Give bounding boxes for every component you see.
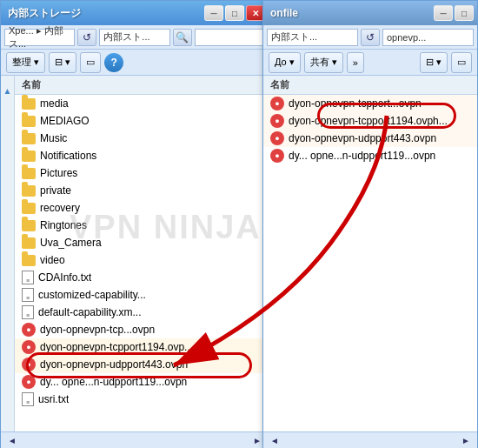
file-name: Ringtones — [40, 219, 87, 231]
ovpn-icon: ● — [22, 340, 36, 354]
view-toggle-button[interactable]: ⊟ ▾ — [49, 52, 76, 73]
ovpn-icon: ● — [270, 97, 284, 110]
right-scroll-right[interactable]: ► — [461, 436, 470, 445]
ovpn-icon: ● — [22, 358, 36, 371]
file-name: dyon-opnevpn-tcpport1194.ovph... — [289, 115, 448, 127]
left-window-controls: ─ □ ✕ — [204, 5, 265, 21]
file-name: Pictures — [40, 167, 77, 179]
left-file-list[interactable]: 名前 mediaMEDIAGOMusicNotificationsPicture… — [15, 76, 269, 431]
file-name: dyon-opnevpn-tcp...ovpn — [40, 324, 155, 336]
preview-button[interactable]: ▭ — [80, 52, 101, 73]
folder-icon — [22, 98, 36, 110]
info-button[interactable]: ? — [104, 53, 123, 72]
right-more-button[interactable]: » — [347, 52, 364, 73]
right-minimize-button[interactable]: ─ — [434, 5, 453, 21]
file-name: dyon-opnevpn-tcpport1194.ovp... — [40, 341, 193, 353]
file-name: customized-capability... — [38, 289, 146, 301]
list-item[interactable]: ●dyon-opnevpn-udpport443.ovpn — [15, 356, 269, 373]
list-item[interactable]: MEDIAGO — [15, 112, 269, 130]
file-name: CDAInfo.txt — [38, 271, 91, 284]
folder-icon — [22, 220, 36, 231]
left-window: 内部ストレージ ─ □ ✕ Xpe... ▸ 内部ス... ↺ 内部スト... … — [0, 0, 269, 448]
folder-icon — [22, 203, 36, 214]
right-address-bar: 内部スト... ↺ opnevp... — [263, 25, 477, 50]
list-item[interactable]: media — [15, 95, 269, 112]
list-item[interactable]: recovery — [15, 199, 269, 217]
scroll-right-arrow[interactable]: ► — [253, 436, 262, 445]
list-item[interactable]: ●dyon-opnevpn-tcp...ovpn — [15, 321, 269, 338]
list-item[interactable]: Pictures — [15, 164, 269, 182]
left-refresh-button[interactable]: ↺ — [77, 29, 96, 46]
organize-button[interactable]: 整理 ▾ — [6, 52, 45, 73]
right-share-button[interactable]: 共有 ▾ — [304, 52, 343, 73]
left-column-header: 名前 — [15, 76, 269, 95]
right-view-button[interactable]: ⊟ ▾ — [420, 52, 448, 73]
right-scroll-left[interactable]: ◄ — [270, 436, 279, 445]
ovpn-icon: ● — [270, 114, 284, 128]
ovpn-icon: ● — [270, 149, 284, 163]
list-item[interactable]: ●dy... opne...n-udpport119...ovpn — [15, 373, 269, 391]
list-item[interactable]: ≡CDAInfo.txt — [15, 269, 269, 286]
file-name: media — [40, 97, 69, 110]
file-name: dyon-opnevpn-tcpport...ovpn — [289, 97, 422, 110]
list-item[interactable]: ≡default-capability.xm... — [15, 304, 269, 321]
folder-icon — [22, 150, 36, 162]
ovpn-icon: ● — [22, 323, 36, 337]
right-organize-button[interactable]: Дo ▾ — [269, 52, 301, 73]
ovpn-icon: ● — [270, 131, 284, 145]
folder-icon — [22, 237, 36, 249]
left-title-bar: 内部ストレージ ─ □ ✕ — [1, 1, 269, 25]
right-title-bar: onfile ─ □ — [263, 1, 477, 25]
minimize-button[interactable]: ─ — [204, 5, 223, 21]
left-search-input[interactable] — [195, 29, 265, 46]
right-preview-button[interactable]: ▭ — [451, 52, 472, 73]
right-path-input[interactable]: 内部スト... — [267, 29, 358, 46]
right-window-title: onfile — [270, 7, 298, 19]
list-item[interactable]: ●dyon-opnevpn-udpport443.ovpn — [263, 130, 477, 147]
nav-up-arrow[interactable]: ▲ — [3, 83, 12, 100]
file-name: private — [40, 184, 71, 197]
right-refresh-button[interactable]: ↺ — [361, 29, 380, 46]
right-column-header: 名前 — [263, 76, 477, 95]
list-item[interactable]: ≡usri.txt — [15, 391, 269, 408]
right-title-display: opnevp... — [382, 29, 474, 46]
list-item[interactable]: Notifications — [15, 147, 269, 164]
list-item[interactable]: ●dyon-opnevpn-tcpport1194.ovp... — [15, 338, 269, 356]
list-item[interactable]: private — [15, 182, 269, 199]
left-search-icon[interactable]: 🔍 — [173, 29, 192, 46]
scroll-left-arrow[interactable]: ◄ — [8, 436, 17, 445]
file-name: dy... opne...n-udpport119...ovpn — [40, 376, 187, 388]
doc-icon: ≡ — [22, 305, 34, 319]
left-toolbar: 整理 ▾ ⊟ ▾ ▭ ? — [1, 50, 269, 76]
right-window: onfile ─ □ 内部スト... ↺ opnevp... Дo ▾ 共有 ▾… — [262, 0, 478, 448]
right-window-controls: ─ □ — [434, 5, 474, 21]
list-item[interactable]: Music — [15, 130, 269, 147]
right-toolbar: Дo ▾ 共有 ▾ » ⊟ ▾ ▭ — [263, 50, 477, 76]
doc-icon: ≡ — [22, 271, 34, 284]
list-item[interactable]: ●dyon-opnevpn-tcpport1194.ovph... — [263, 112, 477, 130]
right-file-list[interactable]: 名前 ●dyon-opnevpn-tcpport...ovpn●dyon-opn… — [263, 76, 477, 431]
file-name: default-capability.xm... — [38, 306, 142, 318]
list-item[interactable]: video — [15, 251, 269, 269]
list-item[interactable]: ●dyon-opnevpn-tcpport...ovpn — [263, 95, 477, 112]
folder-icon — [22, 185, 36, 197]
right-file-area: 名前 ●dyon-opnevpn-tcpport...ovpn●dyon-opn… — [263, 76, 477, 431]
list-item[interactable]: ●dy... opne...n-udpport119...ovpn — [263, 147, 477, 164]
file-name: Music — [40, 132, 67, 144]
ovpn-icon: ● — [22, 375, 36, 389]
file-name: video — [40, 254, 65, 266]
right-maximize-button[interactable]: □ — [455, 5, 474, 21]
file-name: MEDIAGO — [40, 115, 90, 127]
maximize-button[interactable]: □ — [225, 5, 244, 21]
left-nav-panel: ▲ — [1, 76, 15, 431]
folder-icon — [22, 133, 36, 144]
left-status-bar: ◄ ► — [1, 431, 269, 448]
list-item[interactable]: ≡customized-capability... — [15, 286, 269, 304]
list-item[interactable]: Ringtones — [15, 217, 269, 234]
left-window-title: 内部ストレージ — [8, 6, 81, 21]
list-item[interactable]: Uva_Camera — [15, 234, 269, 251]
right-status-bar: ◄ ► — [263, 431, 477, 448]
file-name: Uva_Camera — [40, 237, 102, 249]
left-storage-path[interactable]: 内部スト... — [99, 29, 169, 46]
left-path-input[interactable]: Xpe... ▸ 内部ス... — [4, 29, 75, 46]
